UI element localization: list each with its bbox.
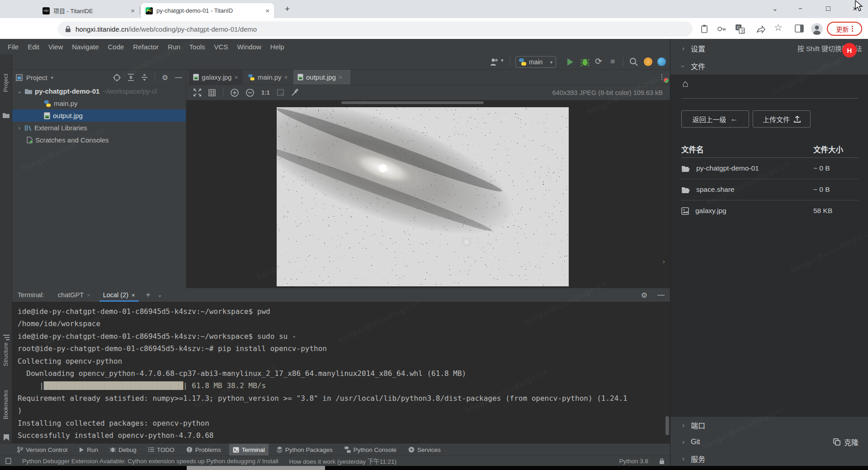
menu-edit[interactable]: Edit (24, 43, 43, 51)
project-panel-title[interactable]: Project (26, 74, 47, 81)
terminal-output[interactable]: ide@ide-py-chatgpt-demo-01-c86945d5-k4sz… (12, 302, 670, 443)
chevron-down-icon[interactable]: ▾ (501, 57, 504, 63)
status-message[interactable]: Python Debugger Extension Available: Cyt… (22, 458, 278, 465)
profile-avatar-icon[interactable] (811, 23, 823, 35)
tab-close-icon[interactable]: × (284, 74, 288, 81)
toolwindow-problems[interactable]: Problems (183, 444, 225, 456)
editor-tab-output-active[interactable]: output.jpg × (293, 70, 350, 85)
file-row[interactable]: galaxy.jpg 58 KB (681, 200, 859, 221)
browser-tab-inactive[interactable]: <t> 项目 - TitanIDE × (38, 3, 139, 18)
home-icon[interactable]: ⌂ (682, 78, 688, 90)
toolwindow-todo[interactable]: TODO (145, 444, 178, 456)
side-panel-icon[interactable] (795, 24, 804, 33)
section-git[interactable]: › Git 克隆 (670, 433, 868, 450)
settings-gear-icon[interactable]: ⚙ (162, 73, 168, 82)
run-config-select[interactable]: main ▾ (515, 56, 556, 68)
terminal-minimize-icon[interactable]: — (657, 291, 665, 299)
share-icon[interactable] (756, 24, 766, 33)
stripe-bookmarks-label[interactable]: Bookmarks (2, 390, 9, 419)
chevron-collapsed-icon[interactable]: › (17, 124, 22, 131)
hide-panel-icon[interactable]: — (175, 73, 182, 81)
stop-icon[interactable]: ■ (610, 57, 615, 66)
section-services[interactable]: › 服务 (670, 450, 868, 467)
toolwindow-python-console[interactable]: Python Console (341, 444, 400, 456)
menu-tools[interactable]: Tools (185, 43, 209, 51)
bookmark-star-icon[interactable]: ☆ (774, 22, 783, 33)
status-link[interactable]: How does it work (yesterday 下午11:21) (289, 456, 396, 465)
stripe-structure-label[interactable]: Structure (2, 342, 9, 366)
expand-all-icon[interactable] (127, 74, 134, 81)
fit-zoom-icon[interactable] (277, 89, 284, 96)
tab-close-icon[interactable]: × (127, 7, 135, 14)
chevron-down-icon[interactable]: ▾ (51, 75, 53, 80)
window-minimize-icon[interactable]: − (798, 5, 802, 12)
browser-update-button[interactable]: 更新 (827, 22, 862, 36)
clipboard-icon[interactable] (700, 24, 709, 33)
orange-update-badge-icon[interactable]: ↑ (644, 57, 652, 66)
fit-window-icon[interactable] (193, 89, 201, 96)
browser-tab-active[interactable]: PC py-chatgpt-demo-01 - TitanID × (141, 3, 274, 18)
menu-help[interactable]: Help (266, 43, 288, 51)
user-avatar[interactable]: H (842, 43, 857, 57)
terminal-settings-gear-icon[interactable]: ⚙ (641, 291, 647, 299)
folder-stripe-icon[interactable] (3, 112, 9, 118)
image-viewer-canvas[interactable]: › (186, 100, 670, 288)
users-icon[interactable] (490, 57, 500, 66)
actual-size-button[interactable]: 1:1 (261, 89, 270, 96)
menu-file[interactable]: File (4, 43, 23, 51)
grid-icon[interactable] (208, 89, 216, 96)
menu-navigate[interactable]: Navigate (68, 43, 103, 51)
section-ports[interactable]: › 端口 (670, 417, 868, 433)
tree-row-root[interactable]: ⌄ py-chatgpt-demo-01 ~/workspace/py-cl (12, 85, 186, 97)
tree-row-external-libraries[interactable]: › External Libraries (12, 122, 186, 134)
vertical-scrollbar-thumb[interactable] (665, 416, 669, 435)
tab-close-icon[interactable]: × (234, 74, 238, 81)
toolwindow-terminal-active[interactable]: Terminal (229, 444, 269, 456)
toolwindow-debug[interactable]: Debug (106, 444, 140, 456)
blue-status-icon[interactable] (657, 57, 666, 66)
stripe-project-label[interactable]: Project (2, 74, 9, 92)
tab-close-icon[interactable]: × (262, 7, 269, 14)
key-icon[interactable] (717, 25, 726, 33)
toolwindow-run[interactable]: Run (75, 444, 102, 456)
file-row[interactable]: space.share ~ 0 B (681, 179, 859, 200)
menu-window[interactable]: Window (233, 43, 265, 51)
python-interpreter-label[interactable]: Python 3.8 (619, 458, 648, 465)
locate-icon[interactable] (113, 74, 121, 81)
color-picker-icon[interactable] (291, 89, 298, 96)
chevron-down-icon[interactable]: ⌄ (158, 292, 162, 298)
file-row[interactable]: py-chatgpt-demo-01 ~ 0 B (681, 158, 859, 179)
tree-row-mainpy[interactable]: main.py (12, 97, 186, 109)
tab-close-icon[interactable]: × (339, 74, 342, 81)
back-up-level-button[interactable]: 返回上一级 ← (681, 110, 749, 128)
notification-badge-icon[interactable] (664, 78, 669, 83)
upload-file-button[interactable]: 上传文件 (753, 110, 811, 128)
rerun-icon[interactable]: ⟳ (595, 56, 602, 66)
debug-icon[interactable] (580, 57, 590, 67)
toolwindow-python-packages[interactable]: Python Packages (273, 444, 336, 456)
section-settings[interactable]: › 设置 按 Shift 键切换输入法 (670, 39, 868, 57)
collapse-all-icon[interactable] (141, 74, 148, 81)
menu-vcs[interactable]: VCS (210, 43, 232, 51)
editor-tab-mainpy[interactable]: main.py × (244, 70, 292, 85)
window-maximize-icon[interactable]: ☐ (826, 5, 831, 12)
tree-row-outputjpg-selected[interactable]: output.jpg (12, 109, 186, 122)
horizontal-scrollbar-thumb[interactable] (341, 101, 484, 104)
zoom-in-icon[interactable] (231, 89, 239, 97)
toolwindow-services[interactable]: Services (405, 444, 444, 456)
panel-expander-chevron-icon[interactable]: › (663, 258, 665, 265)
toolwindow-version-control[interactable]: Version Control (14, 444, 71, 456)
chevron-expanded-icon[interactable]: ⌄ (17, 88, 22, 95)
terminal-tab-chatgpt[interactable]: chatGPT × (52, 288, 96, 302)
new-terminal-icon[interactable]: + (146, 290, 151, 299)
menu-code[interactable]: Code (104, 43, 128, 51)
editor-tab-galaxy[interactable]: galaxy.jpg × (189, 70, 243, 85)
zoom-out-icon[interactable] (246, 89, 254, 97)
tab-close-icon[interactable]: × (87, 292, 90, 299)
tab-search-chevron-icon[interactable]: ⌄ (772, 5, 778, 13)
terminal-tab-local-active[interactable]: Local (2) × (98, 288, 141, 302)
run-icon[interactable] (566, 57, 574, 66)
translate-icon[interactable]: G文 (735, 24, 745, 34)
structure-stripe-icon[interactable] (3, 335, 9, 340)
tab-close-icon[interactable]: × (132, 292, 135, 299)
